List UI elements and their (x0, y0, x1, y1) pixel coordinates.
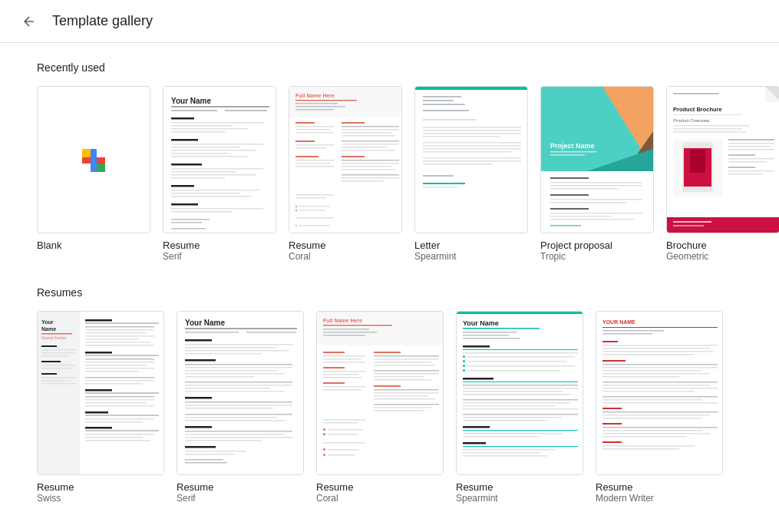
svg-rect-196 (85, 437, 143, 438)
back-button[interactable] (15, 8, 43, 35)
svg-rect-266 (374, 398, 435, 400)
template-resume-spearmint[interactable]: Your Name (456, 311, 583, 504)
svg-rect-308 (463, 408, 578, 410)
svg-rect-210 (185, 367, 292, 368)
svg-rect-179 (85, 371, 139, 372)
svg-rect-208 (185, 359, 216, 362)
svg-text:Your Name: Your Name (171, 97, 211, 105)
svg-rect-325 (602, 333, 652, 335)
svg-rect-234 (185, 462, 227, 464)
template-letter-spearmint[interactable]: Letter Spearmint (414, 86, 528, 262)
svg-rect-67 (342, 174, 399, 176)
svg-rect-87 (423, 130, 521, 131)
svg-rect-318 (463, 449, 555, 451)
svg-rect-46 (295, 140, 315, 142)
svg-rect-116 (550, 213, 642, 214)
svg-rect-316 (463, 442, 486, 444)
svg-rect-135 (728, 143, 774, 144)
svg-rect-40 (295, 106, 345, 107)
svg-rect-19 (171, 156, 248, 157)
svg-rect-56 (342, 132, 391, 134)
svg-rect-16 (171, 147, 240, 148)
svg-rect-298 (467, 370, 559, 372)
svg-rect-168 (85, 332, 147, 334)
svg-rect-218 (185, 397, 212, 399)
svg-rect-157 (41, 361, 61, 362)
svg-rect-34 (171, 228, 206, 230)
svg-rect-294 (467, 361, 567, 362)
svg-rect-326 (602, 341, 618, 342)
svg-rect-78 (299, 225, 329, 226)
svg-rect-145 (673, 221, 711, 223)
template-blank-subname (37, 251, 39, 262)
svg-rect-329 (602, 351, 714, 352)
svg-rect-207 (185, 353, 262, 355)
svg-rect-205 (185, 347, 277, 349)
svg-rect-213 (185, 376, 254, 378)
svg-rect-289 (463, 349, 578, 350)
svg-rect-14 (171, 139, 198, 141)
svg-rect-241 (323, 335, 365, 336)
svg-rect-202 (246, 332, 296, 333)
svg-rect-57 (342, 135, 395, 137)
svg-text:Your Name: Your Name (185, 319, 225, 327)
svg-rect-58 (342, 140, 399, 142)
svg-rect-85 (423, 119, 477, 121)
svg-rect-224 (185, 420, 285, 421)
svg-rect-17 (171, 150, 256, 151)
template-letter-spearmint-subname: Spearmint (414, 251, 457, 262)
svg-rect-107 (550, 154, 585, 156)
svg-rect-95 (423, 160, 521, 162)
template-resume-swiss[interactable]: Your Name Desired Position (37, 311, 164, 504)
svg-rect-276 (323, 442, 365, 444)
svg-rect-279 (323, 454, 325, 456)
svg-rect-70 (295, 194, 334, 196)
svg-rect-53 (342, 122, 365, 124)
template-resume-modern[interactable]: YOUR NAME (596, 311, 723, 504)
template-resume-serif2-subname: Serif (177, 493, 196, 504)
svg-rect-219 (185, 401, 292, 403)
svg-rect-345 (602, 411, 718, 413)
svg-rect-178 (85, 368, 154, 369)
svg-rect-166 (85, 326, 154, 328)
svg-rect-239 (323, 329, 369, 330)
svg-rect-303 (463, 391, 563, 392)
svg-rect-118 (550, 219, 635, 220)
svg-rect-246 (323, 367, 345, 368)
svg-rect-249 (323, 377, 361, 378)
svg-rect-86 (423, 127, 521, 128)
svg-rect-93 (423, 151, 511, 153)
svg-rect-258 (374, 370, 439, 372)
template-thumb-blank (37, 86, 150, 233)
recently-used-grid: Blank Your Name (37, 86, 742, 262)
svg-rect-203 (185, 339, 212, 342)
svg-rect-272 (323, 428, 325, 431)
template-resume-serif2[interactable]: Your Name (177, 311, 304, 504)
svg-rect-265 (374, 395, 427, 397)
svg-rect-21 (171, 168, 263, 170)
svg-rect-323 (602, 327, 718, 328)
svg-rect-304 (463, 394, 570, 395)
template-resume-coral[interactable]: Full Name Here (289, 86, 402, 262)
svg-rect-84 (423, 110, 469, 111)
svg-rect-62 (342, 156, 365, 157)
svg-rect-201 (185, 332, 239, 333)
svg-rect-227 (185, 434, 285, 435)
template-blank[interactable]: Blank (37, 86, 150, 262)
svg-rect-222 (185, 414, 292, 415)
svg-rect-271 (323, 422, 358, 424)
svg-rect-311 (463, 420, 547, 421)
svg-rect-27 (171, 193, 240, 194)
svg-rect-338 (602, 385, 710, 386)
template-resume-serif[interactable]: Your Name (163, 86, 276, 262)
svg-rect-278 (328, 449, 358, 451)
svg-rect-10 (171, 122, 263, 124)
template-resume-coral2[interactable]: Full Name Here (316, 311, 444, 504)
template-brochure-geometric[interactable]: Product Brochure Product Overview (666, 86, 779, 262)
svg-rect-242 (323, 352, 345, 353)
svg-rect-11 (171, 125, 233, 127)
svg-rect-98 (423, 183, 465, 184)
svg-rect-306 (463, 402, 570, 404)
template-project-proposal[interactable]: Project Name (540, 86, 654, 262)
svg-rect-215 (185, 385, 292, 386)
